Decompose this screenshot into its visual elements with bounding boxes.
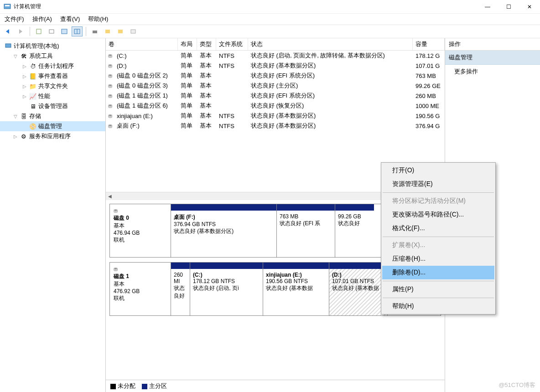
help-button[interactable]: [102, 26, 113, 36]
menu-help[interactable]: 帮助(H): [88, 15, 108, 23]
volume-row[interactable]: (磁盘 0 磁盘分区 3)简单基本 状态良好 (主分区)99.26 GE: [106, 81, 445, 91]
context-menu-item: 将分区标记为活动分区(M): [382, 194, 494, 208]
expand-icon[interactable]: [13, 134, 18, 139]
svg-rect-8: [105, 30, 110, 33]
refresh-button[interactable]: [89, 26, 100, 36]
context-menu-item[interactable]: 格式化(F)...: [382, 222, 494, 235]
action-button-2[interactable]: [128, 26, 139, 36]
toolbar: [0, 25, 540, 38]
menu-view[interactable]: 查看(V): [60, 15, 80, 23]
volume-icon: [108, 52, 112, 59]
disk-label[interactable]: 磁盘 0基本476.94 GB联机: [110, 204, 171, 257]
event-icon: 📒: [29, 72, 36, 80]
tree-performance[interactable]: 📈性能: [0, 91, 105, 101]
col-capacity[interactable]: 容量: [413, 38, 445, 50]
toolbar-separator: [30, 27, 30, 36]
col-type[interactable]: 类型: [197, 38, 216, 50]
legend-swatch-unallocated: [110, 384, 116, 389]
context-menu-item[interactable]: 属性(P): [382, 283, 494, 296]
volume-icon: [108, 113, 112, 119]
expand-icon[interactable]: [13, 54, 18, 59]
window-minimize-button[interactable]: —: [477, 0, 498, 14]
tree-pane: 计算机管理(本地) 🛠 系统工具 ⏱任务计划程序 📒事件查看器 📁共享文件夹 📈…: [0, 38, 106, 392]
disk-partition[interactable]: (D:)107.01 GB NTFS状态良好 (基本数据: [329, 263, 388, 315]
volume-icon: [108, 123, 112, 129]
scroll-left-icon[interactable]: ◀: [106, 192, 114, 200]
services-icon: ⚙: [20, 133, 27, 140]
forward-button[interactable]: [16, 26, 26, 36]
expand-icon[interactable]: [22, 64, 27, 69]
menubar: 文件(F) 操作(A) 查看(V) 帮助(H): [0, 14, 540, 25]
context-menu: 打开(O)资源管理器(E)将分区标记为活动分区(M)更改驱动器号和路径(C)..…: [381, 162, 496, 315]
volume-row[interactable]: xinjiajuan (E:)简单基本 NTFS状态良好 (基本数据分区)190…: [106, 111, 445, 121]
actions-header: 操作: [445, 38, 540, 51]
context-menu-item[interactable]: 资源管理器(E): [382, 177, 494, 191]
expand-icon[interactable]: [22, 74, 27, 79]
disk-partition[interactable]: 763 MB状态良好 (EFI 系: [277, 204, 335, 257]
volume-list-header: 卷 布局 类型 文件系统 状态 容量: [106, 38, 445, 51]
tree-storage[interactable]: 🗄存储: [0, 111, 105, 121]
col-volume[interactable]: 卷: [106, 38, 178, 50]
window-maximize-button[interactable]: ☐: [498, 0, 519, 14]
volume-icon: [108, 83, 112, 89]
volume-row[interactable]: 桌面 (F:)简单基本 NTFS状态良好 (基本数据分区)376.94 G: [106, 121, 445, 131]
context-menu-item[interactable]: 打开(O): [382, 164, 494, 177]
volume-icon: [108, 93, 112, 99]
tree-disk-management[interactable]: 📀磁盘管理: [0, 121, 105, 131]
volume-row[interactable]: (磁盘 0 磁盘分区 2)简单基本 状态良好 (EFI 系统分区)763 MB: [106, 71, 445, 81]
tree-device-manager[interactable]: 🖥设备管理器: [0, 101, 105, 111]
col-status[interactable]: 状态: [248, 38, 413, 50]
app-icon: [4, 3, 11, 10]
properties-button[interactable]: [46, 26, 57, 36]
volume-row[interactable]: (磁盘 1 磁盘分区 1)简单基本 状态良好 (EFI 系统分区)260 MB: [106, 91, 445, 101]
actions-more[interactable]: 更多操作: [445, 65, 540, 78]
tree-services[interactable]: ⚙服务和应用程序: [0, 131, 105, 141]
col-fs[interactable]: 文件系统: [216, 38, 248, 50]
context-menu-item: 扩展卷(X)...: [382, 238, 494, 252]
action-button[interactable]: [115, 26, 126, 36]
volume-icon: [108, 103, 112, 109]
tree-task-scheduler[interactable]: ⏱任务计划程序: [0, 61, 105, 71]
back-button[interactable]: [3, 26, 14, 36]
disk-icon: [114, 208, 167, 214]
context-menu-item[interactable]: 帮助(H): [382, 299, 494, 313]
svg-rect-3: [49, 30, 54, 33]
tree-shared-folders[interactable]: 📁共享文件夹: [0, 81, 105, 91]
menu-action[interactable]: 操作(A): [32, 15, 52, 23]
up-button[interactable]: [33, 26, 44, 36]
disk-icon: 📀: [29, 123, 36, 130]
svg-rect-2: [36, 29, 41, 34]
context-menu-separator: [383, 298, 494, 298]
disk-partition[interactable]: xinjiajuan (E:)190.56 GB NTFS状态良好 (基本数据: [263, 263, 329, 315]
computer-icon: [5, 42, 12, 50]
col-layout[interactable]: 布局: [178, 38, 197, 50]
share-icon: 📁: [29, 83, 36, 90]
context-menu-item[interactable]: 压缩卷(H)...: [382, 252, 494, 266]
menu-file[interactable]: 文件(F): [5, 15, 24, 23]
disk-partition[interactable]: 260 MI状态良好: [171, 263, 190, 315]
expand-icon[interactable]: [13, 114, 18, 119]
tree-system-tools[interactable]: 🛠 系统工具: [0, 51, 105, 61]
context-menu-item[interactable]: 更改驱动器号和路径(C)...: [382, 208, 494, 222]
context-menu-separator: [383, 237, 494, 237]
tree-root[interactable]: 计算机管理(本地): [0, 41, 105, 51]
disk-partition[interactable]: (C:)178.12 GB NTFS状态良好 (启动, 页i: [190, 263, 263, 315]
tree-event-viewer[interactable]: 📒事件查看器: [0, 71, 105, 81]
detail-button[interactable]: [72, 26, 83, 36]
device-icon: 🖥: [29, 103, 36, 110]
actions-section[interactable]: 磁盘管理: [445, 51, 540, 65]
disk-partition[interactable]: 99.26 GB状态良好: [335, 204, 374, 257]
volume-row[interactable]: (D:)简单基本 NTFS状态良好 (基本数据分区)107.01 G: [106, 61, 445, 71]
svg-rect-10: [131, 30, 135, 33]
context-menu-item[interactable]: 删除卷(D)...: [382, 266, 494, 279]
volume-row[interactable]: (磁盘 1 磁盘分区 6)简单基本 状态良好 (恢复分区)1000 ME: [106, 101, 445, 111]
disk-label[interactable]: 磁盘 1基本476.92 GB联机: [110, 263, 171, 315]
storage-icon: 🗄: [20, 113, 27, 120]
disk-partition[interactable]: 桌面 (F:)376.94 GB NTFS状态良好 (基本数据分区): [171, 204, 277, 257]
list-button[interactable]: [59, 26, 70, 36]
volume-icon: [108, 72, 112, 79]
volume-row[interactable]: (C:)简单基本 NTFS状态良好 (启动, 页面文件, 故障转储, 基本数据分…: [106, 51, 445, 61]
window-close-button[interactable]: ✕: [519, 0, 540, 14]
expand-icon[interactable]: [22, 84, 27, 89]
expand-icon[interactable]: [22, 94, 27, 99]
